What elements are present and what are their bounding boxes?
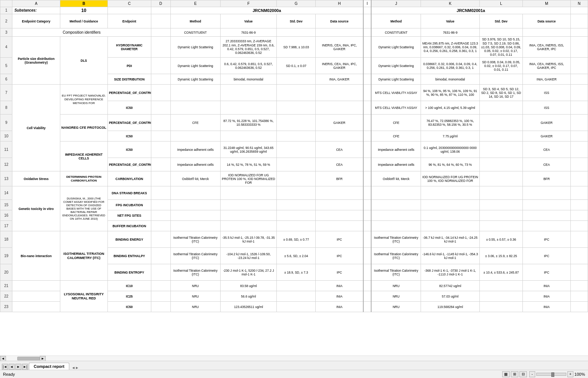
- cell-22f: 56.6 ug/ml: [220, 291, 276, 302]
- cell-17h: [316, 221, 363, 231]
- page-break-btn[interactable]: ⊟: [519, 371, 527, 377]
- cell-21m: INIA: [523, 281, 570, 291]
- cell-13g: [277, 171, 316, 186]
- cell-23d: [151, 302, 170, 312]
- tab-nav-next[interactable]: ►: [15, 364, 21, 370]
- col-header-e[interactable]: E: [170, 0, 220, 7]
- cell-12c: PERCENTAGE_OF_CONTROL: [107, 158, 151, 171]
- cell-20c: BINDING ENTROPY: [107, 264, 151, 281]
- cell-17f: [220, 221, 276, 231]
- cell-5e: Dynamic Light Scattering: [170, 58, 220, 74]
- scroll-left-btn[interactable]: ◄: [0, 356, 6, 361]
- cell-1n: [570, 7, 588, 14]
- table-row: 11 IMPEDANCE ADHERENT CELLS IC50 Impedan…: [0, 141, 588, 158]
- cell-20m: IPC: [523, 264, 570, 281]
- col-header-g[interactable]: G: [277, 0, 316, 7]
- cell-4d: [151, 37, 170, 58]
- zoom-in-btn[interactable]: +: [567, 371, 573, 377]
- tab-scroll-icon: ◄►: [72, 366, 79, 370]
- cell-22g: [277, 291, 316, 302]
- cell-6g: [277, 74, 316, 85]
- col-header-f[interactable]: F: [220, 0, 276, 7]
- cell-8l: [479, 101, 523, 115]
- cell-4n: [570, 37, 588, 58]
- cell-22j: NRU: [371, 291, 421, 302]
- cell-20k: -368 J mol-1 K-1, -3730 J mol-1 K-1, -11…: [421, 264, 479, 281]
- cell-11i: [363, 141, 371, 158]
- row-num: 21: [0, 281, 12, 291]
- cell-9f: 87.72 %, 91.228 %, 101.754386 %, 10.5833…: [220, 115, 276, 131]
- status-right: ▦ ⊞ ⊟ - + 100%: [502, 371, 585, 377]
- zoom-slider-thumb[interactable]: [551, 372, 554, 377]
- nanoreg-method: NANOREG CFE PROTOCOL: [60, 115, 107, 141]
- comet-assay-method: DUSINSKA, M., 2000 (THE COMET ASSAY MODI…: [60, 186, 107, 231]
- tab-add-area: ◄►: [72, 366, 79, 370]
- cell-21a: [12, 281, 60, 291]
- cell-4g: SD 7.988, ± 10.03: [277, 37, 316, 58]
- cell-22e: NRU: [170, 291, 220, 302]
- col-header-i[interactable]: I: [363, 0, 371, 7]
- col-header-h[interactable]: H: [316, 0, 363, 7]
- genetic-tox-cat: Genetic toxicity in vitro: [12, 186, 60, 231]
- col-header-m[interactable]: M: [523, 0, 570, 7]
- substances-value-cell: 10: [60, 7, 107, 14]
- col-header-l[interactable]: L: [479, 0, 523, 7]
- cell-16g: [277, 210, 316, 221]
- zoom-out-btn[interactable]: -: [529, 371, 535, 377]
- col-header-d[interactable]: D: [151, 0, 170, 7]
- tab-compact-report[interactable]: Compact report: [29, 363, 69, 370]
- cell-21h: INIA: [316, 281, 363, 291]
- row-num: 3: [0, 28, 12, 37]
- tab-nav-first[interactable]: |◄: [2, 364, 8, 370]
- col-header-b[interactable]: B: [60, 0, 107, 7]
- cell-22l: [479, 291, 523, 302]
- cell-20e: Isothermal Titration Calorimetry (ITC): [170, 264, 220, 281]
- col-header-n[interactable]: N: [570, 0, 588, 7]
- cell-5h: INERIS, CEA, INIA, IPC, GAIKER: [316, 58, 363, 74]
- cell-17l: [479, 221, 523, 231]
- cell-18f: -35.5 kJ mol-1, -25.15 /-39.78, -31.35 k…: [220, 231, 276, 248]
- zoom-slider-track[interactable]: [536, 373, 566, 376]
- row-num: 6: [0, 74, 12, 85]
- page-layout-btn[interactable]: ⊞: [511, 371, 518, 377]
- tab-nav-last[interactable]: ►|: [22, 364, 28, 370]
- impedance-method: IMPEDANCE ADHERENT CELLS: [60, 141, 107, 171]
- cell-17e: [170, 221, 220, 231]
- cell-10f: [220, 131, 276, 141]
- substances-label-cell: Substances:: [12, 7, 60, 14]
- row-num: 18: [0, 231, 12, 248]
- cell-15f: [220, 200, 276, 210]
- tab-nav-prev[interactable]: ◄: [9, 364, 15, 370]
- cell-12m: CEA: [523, 158, 570, 171]
- scroll-thumb[interactable]: [17, 357, 40, 360]
- col-header-j[interactable]: J: [371, 0, 421, 7]
- cell-13k: IOD NORMALIZED FOR UG PROTEIN 100 %, IOD…: [421, 171, 479, 186]
- subheader-value2: Value: [421, 14, 479, 28]
- cell-17d: [151, 221, 170, 231]
- col-header-k[interactable]: K: [421, 0, 479, 7]
- cell-8j: MTS CELL VIABILITY ASSAY: [371, 101, 421, 115]
- table-scroll-area[interactable]: A B C D E F G H I J K L M N: [0, 0, 588, 356]
- col-header-a[interactable]: A: [12, 0, 60, 7]
- row-num: 11: [0, 141, 12, 158]
- col-header-c[interactable]: C: [107, 0, 151, 7]
- cell-10g: [277, 131, 316, 141]
- cell-15d: [151, 200, 170, 210]
- cell-19j: Isothermal Titration Calorimetry (ITC): [371, 248, 421, 264]
- cell-20l: ± 10.4, ± 533.6, ± 245.87: [479, 264, 523, 281]
- cell-11e: Impedance adherent cells: [170, 141, 220, 158]
- cell-3e: CONSTITUENT: [170, 28, 220, 37]
- cell-14n: [570, 186, 588, 200]
- cell-22c: IC25: [107, 291, 151, 302]
- row-num: 10: [0, 131, 12, 141]
- cell-19c: BINDING ENTHALPY: [107, 248, 151, 264]
- cell-20i: [363, 264, 371, 281]
- scroll-right-btn[interactable]: ►: [40, 356, 46, 361]
- cell-7c: PERCENTAGE_OF_CONTROL: [107, 85, 151, 101]
- horizontal-scrollbar[interactable]: ◄ ►: [0, 356, 588, 361]
- cell-8d: [151, 101, 170, 115]
- cell-19l: ± 3.06, ± 15.9, ± 82.25: [479, 248, 523, 264]
- cell-4m: INIA, CEA, INERIS, ISS, GAIKER, IPC: [523, 37, 570, 58]
- normal-view-btn[interactable]: ▦: [502, 371, 510, 377]
- cell-7i: [363, 85, 371, 101]
